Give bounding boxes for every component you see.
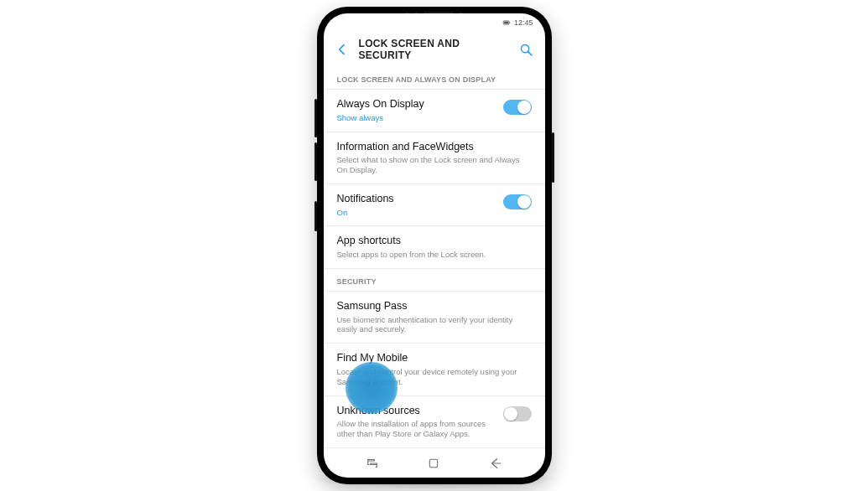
power-button[interactable] — [552, 132, 554, 183]
svg-rect-1 — [509, 22, 510, 23]
row-always-on-display[interactable]: Always On Display Show always — [324, 90, 545, 132]
recents-icon[interactable] — [365, 456, 380, 471]
row-title: Find My Mobile — [337, 352, 532, 365]
row-subtitle: Allow the installation of apps from sour… — [337, 419, 495, 439]
row-subtitle: Select what to show on the Lock screen a… — [337, 155, 532, 175]
page-title: LOCK SCREEN AND SECURITY — [359, 38, 510, 61]
section-header-security: SECURITY — [324, 269, 545, 291]
row-title: Always On Display — [337, 98, 495, 111]
settings-list[interactable]: LOCK SCREEN AND ALWAYS ON DISPLAY Always… — [324, 67, 545, 449]
row-title: Notifications — [337, 193, 495, 206]
app-header: LOCK SCREEN AND SECURITY — [324, 32, 545, 67]
svg-rect-5 — [430, 459, 438, 467]
back-nav-icon[interactable] — [488, 456, 503, 471]
back-icon[interactable] — [334, 41, 351, 58]
row-app-shortcuts[interactable]: App shortcuts Select apps to open from t… — [324, 226, 545, 268]
row-subtitle: Locate and control your device remotely … — [337, 367, 532, 387]
row-title: App shortcuts — [337, 235, 532, 248]
section-header-lockscreen: LOCK SCREEN AND ALWAYS ON DISPLAY — [324, 67, 545, 89]
toggle-notifications[interactable] — [503, 194, 532, 209]
row-subtitle: Show always — [337, 113, 495, 123]
battery-icon — [502, 18, 511, 27]
row-title: Unknown sources — [337, 405, 495, 418]
row-facewidgets[interactable]: Information and FaceWidgets Select what … — [324, 132, 545, 183]
bixby-button[interactable] — [314, 201, 317, 231]
row-title: Samsung Pass — [337, 300, 532, 313]
row-subtitle: On — [337, 208, 495, 218]
search-icon[interactable] — [518, 41, 535, 58]
row-samsung-pass[interactable]: Samsung Pass Use biometric authenticatio… — [324, 292, 545, 343]
screen: 12:45 LOCK SCREEN AND SECURITY LOCK SCRE… — [324, 13, 545, 478]
row-subtitle: Select apps to open from the Lock screen… — [337, 250, 532, 260]
status-bar: 12:45 — [324, 13, 545, 32]
row-find-my-mobile[interactable]: Find My Mobile Locate and control your d… — [324, 344, 545, 395]
row-title: Information and FaceWidgets — [337, 141, 532, 154]
toggle-unknown-sources[interactable] — [503, 406, 532, 421]
navigation-bar — [324, 449, 545, 478]
toggle-always-on-display[interactable] — [503, 100, 532, 115]
svg-rect-2 — [504, 22, 508, 24]
home-icon[interactable] — [426, 456, 441, 471]
volume-down-button[interactable] — [314, 142, 317, 181]
status-time: 12:45 — [514, 18, 533, 27]
row-subtitle: Use biometric authentication to verify y… — [337, 315, 532, 335]
row-cut-off[interactable] — [324, 448, 545, 449]
svg-line-4 — [528, 51, 532, 54]
phone-frame: 12:45 LOCK SCREEN AND SECURITY LOCK SCRE… — [317, 7, 552, 484]
volume-up-button[interactable] — [314, 99, 317, 137]
row-unknown-sources[interactable]: Unknown sources Allow the installation o… — [324, 396, 545, 447]
row-notifications[interactable]: Notifications On — [324, 184, 545, 226]
